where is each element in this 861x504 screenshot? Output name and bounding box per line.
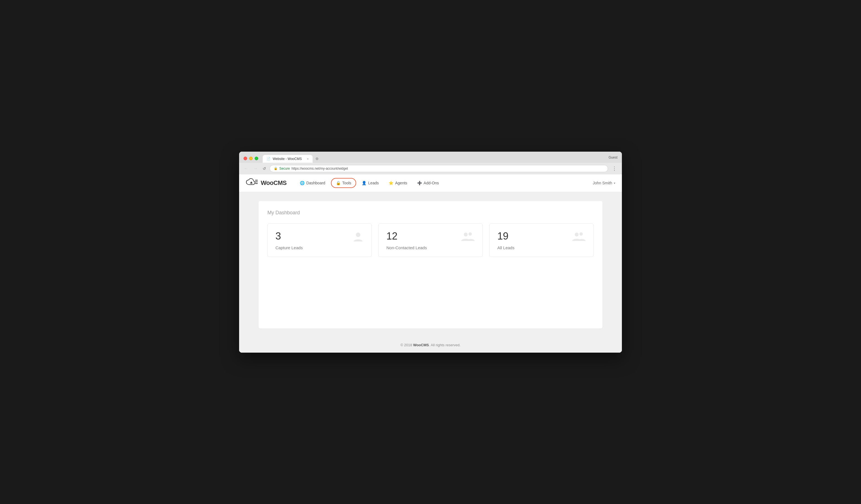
nav-leads-label: Leads xyxy=(368,181,379,185)
minimize-button[interactable] xyxy=(249,157,253,160)
address-bar[interactable]: 🔒 Secure https://woocms.net/my-account/w… xyxy=(270,165,608,172)
main-content: My Dashboard 3 Capture Leads xyxy=(239,192,622,337)
browser-tabs: 📄 Website - WooCMS × ⊕ xyxy=(263,154,609,163)
navbar: WooCMS 🌐 Dashboard 🔒 Tools 👤 Leads xyxy=(239,174,622,192)
footer-copyright: © 2018 xyxy=(400,343,413,347)
capture-leads-number: 3 xyxy=(275,230,364,242)
nav-agents[interactable]: ⭐ Agents xyxy=(384,179,412,187)
svg-point-7 xyxy=(575,233,579,237)
nav-user[interactable]: John Smith ▾ xyxy=(593,181,615,185)
svg-point-6 xyxy=(468,232,472,236)
back-button[interactable]: ← xyxy=(243,166,250,172)
maximize-button[interactable] xyxy=(255,157,258,160)
nav-dashboard[interactable]: 🌐 Dashboard xyxy=(296,179,330,187)
app-content: WooCMS 🌐 Dashboard 🔒 Tools 👤 Leads xyxy=(239,174,622,353)
star-icon: ⭐ xyxy=(388,181,393,185)
dashboard-card: My Dashboard 3 Capture Leads xyxy=(259,201,602,328)
tab-page-icon: 📄 xyxy=(266,157,271,160)
active-tab[interactable]: 📄 Website - WooCMS × xyxy=(263,155,313,163)
stat-card-non-contacted: 12 Non-Contacted Leads xyxy=(378,223,483,257)
nav-dashboard-label: Dashboard xyxy=(306,181,325,185)
all-leads-icon xyxy=(571,230,587,245)
svg-point-4 xyxy=(356,233,360,237)
non-contacted-leads-icon xyxy=(460,230,476,245)
logo-area: WooCMS xyxy=(246,178,287,188)
stat-card-capture-leads: 3 Capture Leads xyxy=(268,223,372,257)
browser-titlebar: 📄 Website - WooCMS × ⊕ Guest xyxy=(239,152,622,163)
nav-leads[interactable]: 👤 Leads xyxy=(357,179,383,187)
all-leads-label: All Leads xyxy=(497,246,586,250)
nav-links: 🌐 Dashboard 🔒 Tools 👤 Leads ⭐ Agents xyxy=(296,178,593,188)
chevron-down-icon: ▾ xyxy=(614,182,615,185)
footer-brand: WooCMS xyxy=(413,343,429,347)
forward-button[interactable]: → xyxy=(252,166,259,172)
nav-tools[interactable]: 🔒 Tools xyxy=(331,178,356,188)
tab-close-button[interactable]: × xyxy=(307,157,309,160)
lock-icon: 🔒 xyxy=(336,181,341,185)
secure-icon: 🔒 xyxy=(274,167,278,170)
page-footer: © 2018 WooCMS. All rights reserved. xyxy=(239,337,622,353)
browser-chrome: 📄 Website - WooCMS × ⊕ Guest ← → ↺ 🔒 Sec… xyxy=(239,152,622,174)
browser-toolbar: ← → ↺ 🔒 Secure https://woocms.net/my-acc… xyxy=(239,163,622,174)
nav-addons-label: Add-Ons xyxy=(424,181,439,185)
stats-grid: 3 Capture Leads 12 xyxy=(268,223,593,257)
dashboard-title: My Dashboard xyxy=(268,210,593,216)
tab-title: Website - WooCMS xyxy=(273,157,302,161)
stat-card-all-leads: 19 All Leads xyxy=(489,223,593,257)
guest-label: Guest xyxy=(609,155,617,162)
secure-label: Secure xyxy=(279,167,290,170)
browser-window: 📄 Website - WooCMS × ⊕ Guest ← → ↺ 🔒 Sec… xyxy=(239,152,622,353)
nav-addons[interactable]: ➕ Add-Ons xyxy=(413,179,443,187)
new-tab-button[interactable]: ⊕ xyxy=(313,154,322,163)
non-contacted-leads-label: Non-Contacted Leads xyxy=(386,246,475,250)
person-icon: 👤 xyxy=(362,181,366,185)
traffic-lights xyxy=(244,157,258,160)
footer-rights: . All rights reserved. xyxy=(429,343,461,347)
more-options-button[interactable]: ⋮ xyxy=(610,165,618,172)
globe-icon: 🌐 xyxy=(300,181,304,185)
logo-icon xyxy=(246,178,258,188)
nav-username: John Smith xyxy=(593,181,612,185)
svg-point-8 xyxy=(579,232,583,236)
nav-agents-label: Agents xyxy=(395,181,407,185)
svg-point-5 xyxy=(464,233,468,237)
close-button[interactable] xyxy=(244,157,247,160)
plus-icon: ➕ xyxy=(417,181,422,185)
logo-text: WooCMS xyxy=(261,179,287,186)
capture-leads-label: Capture Leads xyxy=(275,246,364,250)
url-display: https://woocms.net/my-account/widget xyxy=(291,167,348,170)
capture-leads-icon xyxy=(352,230,365,245)
refresh-button[interactable]: ↺ xyxy=(261,166,268,171)
nav-tools-label: Tools xyxy=(342,181,352,185)
